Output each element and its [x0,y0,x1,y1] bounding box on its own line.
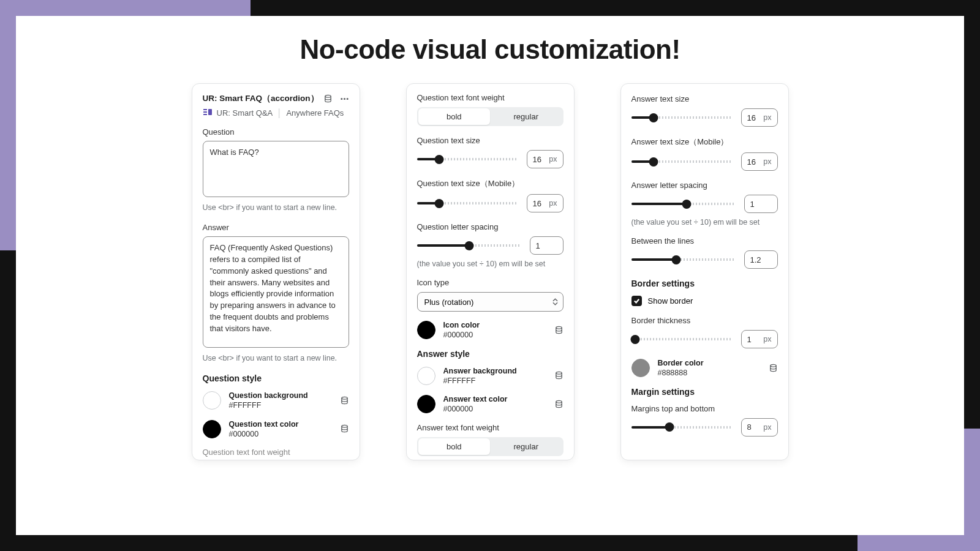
q-ls-slider[interactable] [417,239,521,252]
chevron-updown-icon [552,298,558,305]
swatch-icon [417,367,435,385]
database-icon[interactable] [554,326,564,335]
between-lines-label: Between the lines [631,236,778,246]
question-background-color-picker[interactable]: Question background #FFFFFF [203,391,349,411]
swatch-icon [417,321,435,339]
seg-regular[interactable]: regular [490,438,562,455]
show-border-checkbox[interactable]: Show border [631,296,778,306]
svg-rect-4 [203,109,207,110]
q-ls-value[interactable]: 1 [530,236,564,255]
database-icon[interactable] [323,94,333,103]
icon-color-picker[interactable]: Icon color#000000 [417,320,564,340]
q-size-label: Question text size [417,136,564,145]
a-ls-hint: (the value you set ÷ 10) em will be set [631,218,778,227]
border-thickness-label: Border thickness [631,316,778,325]
margins-tb-slider[interactable] [631,421,733,433]
panel-block-editor: UR: Smart FAQ（accordion） UR: Smar [192,83,360,460]
svg-rect-5 [203,111,207,113]
truncated-label: Question text font weight [203,448,349,458]
border-settings-heading: Border settings [631,279,778,288]
a-weight-label: Answer text font weight [417,423,564,432]
q-ls-label: Question letter spacing [417,222,564,231]
block-title: UR: Smart FAQ（accordion） [203,93,319,104]
icon-type-select[interactable]: Plus (rotation) [417,292,564,312]
canvas: No-code visual customization! UR: Smart … [16,16,964,535]
question-style-heading: Question style [203,373,349,383]
breadcrumb-app-label[interactable]: UR: Smart Q&A [217,108,273,118]
swatch-icon [417,395,435,413]
between-lines-value[interactable]: 1.2 [744,250,778,269]
swatch-icon [631,359,650,377]
q-weight-label: Question text font weight [417,93,564,102]
seg-bold[interactable]: bold [418,108,491,125]
panel-answer-style: Answer text size 16px Answer text size（M… [620,83,789,460]
answer-style-heading: Answer style [417,349,564,359]
answer-background-color-picker[interactable]: Answer background#FFFFFF [417,366,564,386]
swatch-icon [203,420,221,438]
page-title: No-code visual customization! [16,34,964,65]
between-lines-slider[interactable] [631,253,736,266]
svg-rect-7 [208,109,212,115]
margins-tb-label: Margins top and bottom [631,404,778,413]
q-weight-segmented[interactable]: bold regular [417,107,564,126]
icon-type-label: Icon type [417,278,564,287]
svg-point-2 [344,98,345,100]
answer-hint: Use <br> if you want to start a new line… [203,354,349,362]
a-size-mobile-value[interactable]: 16px [741,152,778,171]
q-size-mobile-value[interactable]: 16px [527,194,564,212]
a-size-mobile-label: Answer text size（Mobile） [631,137,778,148]
more-icon[interactable] [340,94,349,103]
database-icon[interactable] [340,396,349,405]
svg-point-8 [341,397,347,399]
svg-point-1 [341,98,342,100]
svg-point-3 [346,98,348,100]
q-size-mobile-slider[interactable] [417,197,518,209]
a-size-slider[interactable] [631,111,733,124]
q-size-slider[interactable] [417,153,518,165]
question-input[interactable] [203,141,349,197]
answer-label: Answer [203,223,349,232]
a-ls-slider[interactable] [631,198,736,210]
q-size-mobile-label: Question text size（Mobile） [417,178,564,189]
svg-point-10 [556,326,561,329]
answer-input[interactable] [203,236,349,348]
border-thickness-value[interactable]: 1px [741,330,778,348]
swatch-icon [203,391,221,410]
border-thickness-slider[interactable] [631,333,733,345]
database-icon[interactable] [340,424,349,433]
svg-point-9 [341,425,347,428]
question-label: Question [203,127,349,137]
panel-question-style: Question text font weight bold regular Q… [406,83,575,460]
q-ls-hint: (the value you set ÷ 10) em will be set [417,260,564,268]
app-icon [203,108,213,118]
svg-point-13 [770,364,775,367]
svg-rect-6 [203,114,207,115]
q-size-value[interactable]: 16px [527,150,564,168]
database-icon[interactable] [554,400,564,409]
margins-tb-value[interactable]: 8px [741,418,778,437]
svg-point-12 [556,400,561,403]
a-size-mobile-slider[interactable] [631,156,733,168]
a-weight-segmented[interactable]: bold regular [417,437,564,456]
checkmark-icon [631,296,642,306]
a-ls-label: Answer letter spacing [631,181,778,190]
svg-point-0 [325,95,330,97]
a-size-label: Answer text size [631,94,778,103]
database-icon[interactable] [554,371,564,380]
seg-bold[interactable]: bold [418,438,491,455]
a-ls-value[interactable]: 1 [744,195,778,213]
breadcrumb: UR: Smart Q&A │ Anywhere FAQs [203,108,349,118]
svg-point-11 [556,372,561,375]
question-hint: Use <br> if you want to start a new line… [203,203,349,212]
margin-settings-heading: Margin settings [631,387,778,397]
question-text-color-picker[interactable]: Question text color #000000 [203,419,349,440]
breadcrumb-location-label[interactable]: Anywhere FAQs [286,108,344,118]
database-icon[interactable] [769,364,778,373]
a-size-value[interactable]: 16px [741,108,778,127]
border-color-picker[interactable]: Border color#888888 [631,358,778,378]
seg-regular[interactable]: regular [490,108,562,125]
answer-text-color-picker[interactable]: Answer text color#000000 [417,394,564,414]
